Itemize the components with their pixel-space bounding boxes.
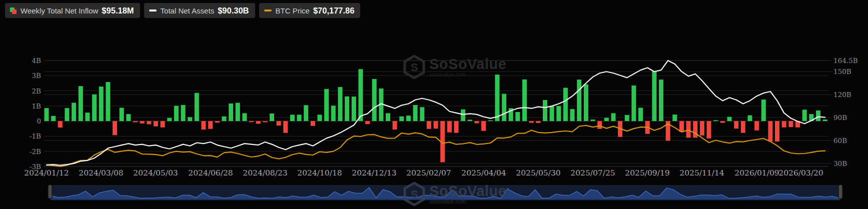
legend-value: $95.18M	[102, 6, 134, 16]
legend-label: Total Net Assets	[161, 6, 215, 15]
legend-value: $90.30B	[218, 6, 249, 16]
legend-label: Weekly Total Net Inflow	[21, 6, 98, 15]
legend-btc-price[interactable]: BTC Price $70,177.86	[259, 3, 361, 18]
legend-label: BTC Price	[276, 6, 310, 15]
btc-etf-chart-panel: Weekly Total Net Inflow $95.18M Total Ne…	[0, 0, 868, 209]
legend-weekly-net-inflow[interactable]: Weekly Total Net Inflow $95.18M	[5, 3, 140, 18]
chart-legend: Weekly Total Net Inflow $95.18M Total Ne…	[5, 3, 360, 18]
green-red-squares-icon	[10, 8, 17, 14]
legend-value: $70,177.86	[313, 6, 355, 16]
white-dash-line-icon	[149, 10, 157, 12]
legend-total-net-assets[interactable]: Total Net Assets $90.30B	[144, 3, 255, 18]
nav-left-handle[interactable]	[48, 185, 52, 199]
nav-right-handle[interactable]	[838, 185, 842, 199]
orange-dash-line-icon	[264, 10, 272, 12]
range-navigator[interactable]	[0, 0, 868, 209]
